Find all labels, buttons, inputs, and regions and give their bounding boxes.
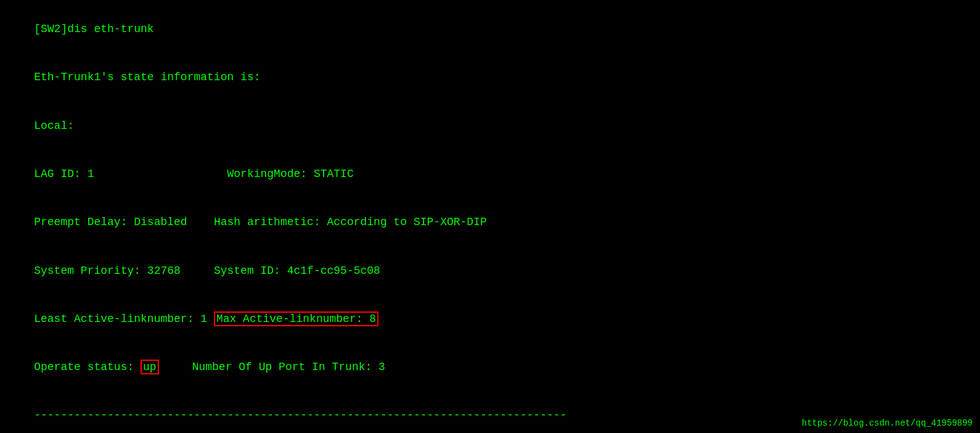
line-lag: LAG ID: 1 WorkingMode: STATIC [7, 150, 973, 198]
system-id: System ID: 4c1f-cc95-5c08 [214, 265, 380, 277]
system-priority: System Priority: 32768 [34, 265, 214, 277]
lag-id: LAG ID: 1 [34, 168, 94, 180]
hash-arithmetic: Hash arithmetic: According to SIP-XOR-DI… [214, 216, 487, 228]
workingmode: WorkingMode: STATIC [227, 168, 353, 180]
watermark-text: https://blog.csdn.net/qq_41959899 [802, 418, 973, 428]
line-leastactive: Least Active-linknumber: 1 Max Active-li… [7, 295, 973, 343]
max-active-highlight: Max Active-linknumber: 8 [214, 311, 378, 326]
cmd-text: [SW2]dis eth-trunk [34, 23, 153, 35]
title-text: Eth-Trunk1's state information is: [34, 71, 260, 83]
operate-label: Operate status: [34, 361, 141, 373]
line-cmd: [SW2]dis eth-trunk [7, 5, 973, 53]
line-title: Eth-Trunk1's state information is: [7, 53, 973, 101]
local-text: Local: [34, 120, 74, 132]
line-local: Local: [7, 102, 973, 150]
terminal-output: [SW2]dis eth-trunk Eth-Trunk1's state in… [7, 5, 973, 433]
operate-status-highlight: up [141, 360, 159, 374]
line-syspri: System Priority: 32768 System ID: 4c1f-c… [7, 246, 973, 294]
operate-right: Number Of Up Port In Trunk: 3 [159, 361, 385, 373]
line-preempt: Preempt Delay: Disabled Hash arithmetic:… [7, 198, 973, 246]
line-operate: Operate status: up Number Of Up Port In … [7, 343, 973, 391]
preempt-delay: Preempt Delay: Disabled [34, 216, 214, 228]
least-active: Least Active-linknumber: 1 [34, 313, 214, 325]
